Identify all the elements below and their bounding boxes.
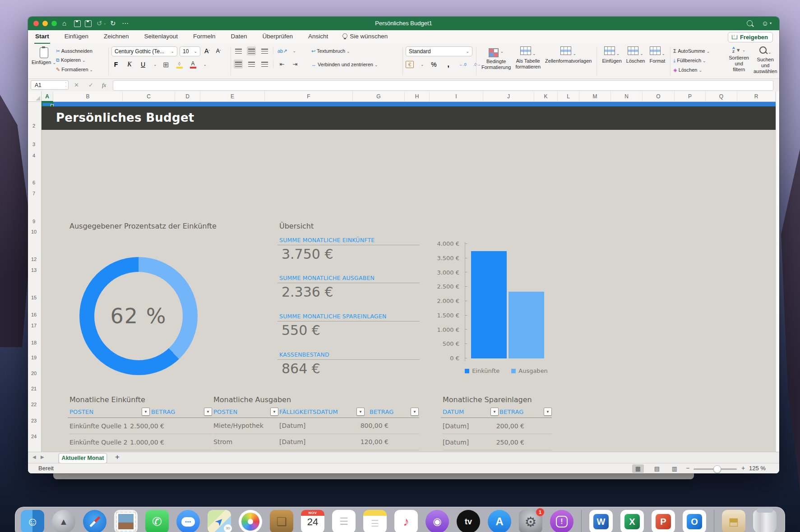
column-header-o[interactable]: O — [643, 92, 675, 102]
tab-ansicht[interactable]: Ansicht — [307, 30, 329, 44]
dock-finder-icon[interactable]: ☺ — [21, 510, 44, 532]
row-header[interactable]: 16 — [28, 311, 40, 318]
column-header-f[interactable]: F — [265, 92, 353, 102]
decrease-indent-button[interactable]: ⇤ — [277, 60, 287, 69]
row-header[interactable]: 3 — [28, 141, 40, 148]
filter-button[interactable]: ▼ — [411, 408, 419, 416]
row-header[interactable]: 20 — [28, 370, 40, 377]
delete-cells-button[interactable]: ⌄ Löschen — [626, 46, 645, 64]
worksheet[interactable]: Persönliches Budget Ausgegebener Prozent… — [42, 102, 776, 452]
table-row[interactable]: [Datum] 250,00 € — [443, 434, 552, 450]
table-row[interactable]: Strom [Datum] 120,00 € — [213, 434, 419, 450]
dock-archive-utility-icon[interactable]: ⬒ — [722, 510, 745, 532]
row-header[interactable]: 17 — [28, 322, 40, 329]
cancel-entry-icon[interactable]: ✕ — [74, 80, 79, 90]
increase-decimal-button[interactable]: ←.0 — [458, 60, 467, 69]
column-header-b[interactable]: B — [53, 92, 123, 102]
tell-me-button[interactable]: Sie wünschen — [342, 30, 388, 44]
dock-mail-icon[interactable] — [114, 510, 138, 532]
paste-button[interactable]: Einfügen⌄ — [32, 46, 56, 65]
column-header-j[interactable]: J — [483, 92, 534, 102]
filter-button[interactable]: ▼ — [490, 408, 499, 416]
column-header-d[interactable]: D — [175, 92, 200, 102]
row-header[interactable]: 22 — [28, 401, 40, 408]
fill-button[interactable]: ⤓ Füllbereich⌄ — [673, 56, 726, 65]
align-center-button[interactable] — [247, 60, 256, 69]
zoom-slider-thumb[interactable] — [713, 465, 721, 473]
copy-button[interactable]: ⧉ Kopieren⌄ — [56, 55, 106, 65]
dock-podcasts-icon[interactable]: ◉ — [425, 510, 449, 532]
column-header-l[interactable]: L — [558, 92, 579, 102]
row-header[interactable]: 23 — [28, 417, 40, 424]
search-icon[interactable] — [747, 20, 753, 26]
format-painter-button[interactable]: ✎ Formatieren⌄ — [56, 65, 106, 74]
dock-contacts-icon[interactable]: ❏ — [270, 510, 293, 532]
orientation-button[interactable]: ab↗ — [277, 46, 287, 55]
dock-powerpoint-icon[interactable]: P — [652, 510, 675, 532]
align-middle-button[interactable] — [247, 46, 256, 55]
increase-indent-button[interactable]: ⇤ — [291, 60, 300, 69]
comma-style-button[interactable]: , — [444, 60, 453, 69]
underline-button[interactable]: U — [139, 60, 148, 69]
merge-center-button[interactable]: ↔ Verbinden und zentrieren⌄ — [311, 60, 400, 69]
sheet-tab-aktueller-monat[interactable]: Aktueller Monat — [59, 453, 107, 463]
sort-filter-button[interactable]: AZ▼⌄ Sortieren und filtern — [729, 46, 749, 73]
dock-messages-icon[interactable]: ••• — [176, 510, 200, 532]
dock-notes-icon[interactable]: ☰ — [363, 510, 387, 532]
account-smiley-icon[interactable]: ☺ — [762, 17, 768, 30]
align-bottom-button[interactable] — [260, 46, 269, 55]
dock-calendar-icon[interactable]: NOV 24 — [301, 510, 324, 532]
table-row[interactable]: Einkünfte Quelle 2 1.000,00 € — [69, 434, 213, 450]
row-header[interactable]: 18 — [28, 339, 40, 346]
dock-feedback-assistant-icon[interactable]: ! — [550, 510, 573, 532]
tab-einfuegen[interactable]: Einfügen — [64, 30, 89, 44]
dock-word-icon[interactable]: W — [589, 510, 613, 532]
column-header-k[interactable]: K — [534, 92, 558, 102]
align-left-button[interactable] — [234, 60, 243, 69]
accounting-format-button[interactable]: € — [406, 61, 414, 68]
confirm-entry-icon[interactable]: ✓ — [88, 80, 93, 90]
row-header[interactable]: 9 — [28, 218, 40, 225]
column-header-i[interactable]: I — [430, 92, 483, 102]
filter-button[interactable]: ▼ — [204, 408, 212, 416]
tab-ueberpruefen[interactable]: Überprüfen — [261, 30, 294, 44]
prev-sheet-icon[interactable]: ◀ — [32, 454, 36, 459]
vertical-scrollbar[interactable] — [776, 92, 779, 463]
font-name-select[interactable]: Century Gothic (Te...⌄ — [111, 46, 177, 56]
align-top-button[interactable] — [234, 46, 243, 55]
page-break-view-icon[interactable]: ▥ — [669, 464, 680, 473]
dock-launchpad-icon[interactable]: ▲ — [52, 510, 75, 532]
increase-font-button[interactable]: Aˆ — [203, 46, 212, 55]
column-header-c[interactable]: C — [123, 92, 175, 102]
column-header-h[interactable]: H — [405, 92, 430, 102]
name-box-stepper[interactable]: ˆˇ — [65, 82, 66, 89]
wrap-text-button[interactable]: ↩ Textumbruch⌄ — [311, 46, 400, 56]
format-as-table-button[interactable]: ⌄ Als Tabelle formatieren — [515, 46, 541, 70]
table-row[interactable]: [Datum] 200,00 € — [443, 418, 552, 434]
dock-system-preferences-icon[interactable]: ⚙ 1 — [519, 510, 542, 532]
filter-button[interactable]: ▼ — [142, 408, 150, 416]
row-header[interactable]: 13 — [28, 266, 40, 274]
align-right-button[interactable] — [260, 60, 269, 69]
dock-reminders-icon[interactable]: ☰ — [332, 510, 356, 532]
tab-formeln[interactable]: Formeln — [192, 30, 217, 44]
dock-appletv-icon[interactable]: tv — [457, 510, 480, 532]
column-header-r[interactable]: R — [737, 92, 776, 102]
insert-cells-button[interactable]: ⌄ Einfügen — [602, 46, 621, 64]
fill-color-button[interactable]: ⬨ — [175, 60, 184, 69]
format-cells-button[interactable]: ⌄ Format — [649, 46, 665, 64]
tab-zeichnen[interactable]: Zeichnen — [103, 30, 130, 44]
dock-trash-icon[interactable] — [753, 510, 777, 532]
column-header-a[interactable]: A — [42, 92, 53, 102]
decrease-font-button[interactable]: Aˇ — [214, 46, 223, 55]
fx-icon[interactable]: fx — [102, 80, 106, 90]
decrease-decimal-button[interactable]: .0→ — [473, 60, 482, 69]
table-row[interactable]: Miete/Hypothek [Datum] 800,00 € — [213, 418, 419, 434]
row-header[interactable]: 7 — [28, 190, 40, 197]
row-header[interactable]: 19 — [28, 354, 40, 361]
name-box[interactable]: A1 ˆˇ — [31, 80, 69, 90]
row-header[interactable]: 4 — [28, 152, 40, 159]
filter-button[interactable]: ▼ — [544, 408, 552, 416]
dock-outlook-icon[interactable]: O — [683, 510, 706, 532]
row-header[interactable]: 21 — [28, 385, 40, 392]
